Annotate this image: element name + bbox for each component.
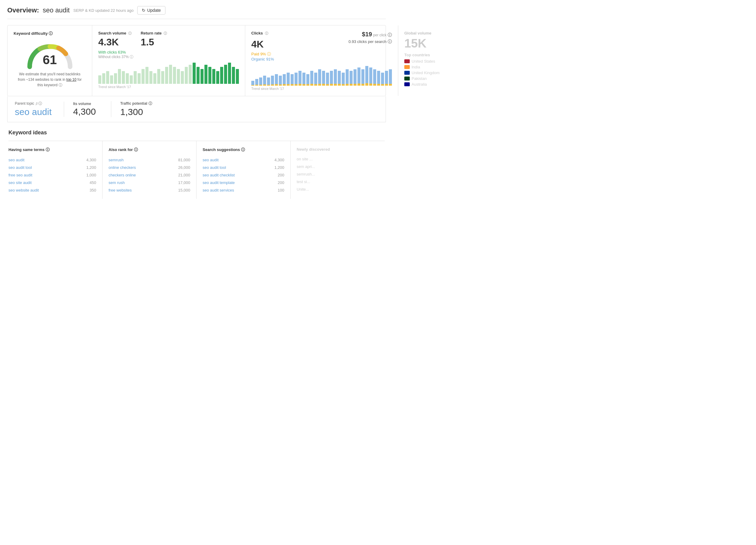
ki-volume: 1,200 (274, 165, 284, 170)
clicks-chart (251, 61, 392, 86)
search-volume-block: Search volume ⓘ 4.3K (98, 31, 132, 47)
ki-keyword[interactable]: seo audit (8, 158, 24, 162)
sv-bar (153, 73, 156, 84)
ki-keyword[interactable]: sem rush (109, 180, 125, 185)
clicks-bar (306, 74, 309, 86)
ki-keyword[interactable]: seo audit tool (8, 165, 32, 170)
rr-info-icon[interactable]: ⓘ (164, 31, 167, 35)
clicks-bar (298, 71, 301, 86)
ki-row: test si... (297, 178, 379, 185)
ki-keyword[interactable]: sem apri... (297, 164, 315, 169)
global-volume-card: Global volume 15K Top countries United S… (398, 25, 447, 96)
per-click-block: $19 per click ⓘ (362, 31, 392, 38)
ki-row: seo audit template200 (203, 179, 284, 186)
page-wrapper: Overview: seo audit SERP & KD updated 22… (0, 0, 393, 205)
paid-info[interactable]: ⓘ (267, 52, 271, 56)
rr-value: 1.5 (141, 37, 167, 47)
per-click-info[interactable]: ⓘ (388, 32, 392, 37)
sv-info-icon[interactable]: ⓘ (128, 31, 132, 35)
parent-topic-block: Parent topic β ⓘ seo audit (15, 101, 52, 117)
clicks-bar (295, 73, 298, 86)
ki-volume: 81,000 (178, 158, 190, 162)
clicks-label: Clicks ⓘ (251, 31, 268, 36)
clicks-info[interactable]: ⓘ (265, 31, 268, 35)
parent-topic-value[interactable]: seo audit (15, 107, 52, 117)
ki-keyword[interactable]: on site ... (297, 157, 313, 161)
country-name: Australia (412, 82, 427, 86)
ki-info-icon[interactable]: ⓘ (44, 147, 50, 152)
ki-keyword[interactable]: seo audit tool (203, 165, 226, 170)
ki-keyword[interactable]: seo audit checklist (203, 173, 235, 177)
country-row: Australia (404, 82, 441, 86)
ki-column: Search suggestions ⓘseo audit4,300seo au… (197, 141, 291, 199)
ki-row: seo audit4,300 (8, 156, 96, 164)
ki-row: seo audit tool1,200 (203, 164, 284, 171)
ki-volume: 200 (278, 180, 284, 185)
countries-list: United StatesIndiaUnited KingdomPakistan… (404, 59, 441, 86)
its-volume-block: Its volume 4,300 (64, 102, 96, 117)
pt-info[interactable]: ⓘ (38, 101, 42, 106)
top10-link[interactable]: top 10 (66, 77, 76, 82)
sv-bar (106, 71, 109, 84)
keyword-ideas-title: Keyword ideas (8, 129, 385, 136)
rr-label: Return rate ⓘ (141, 31, 167, 36)
ki-keyword[interactable]: free seo audit (8, 173, 32, 177)
organic-pct: Organic 91% (251, 57, 392, 61)
clicks-bar (354, 69, 357, 86)
clicks-bar (314, 73, 317, 86)
kd-desc-info[interactable]: ⓘ (59, 83, 62, 87)
clicks-bar (326, 73, 329, 86)
sv-bar (157, 69, 160, 84)
cps-info[interactable]: ⓘ (388, 39, 392, 44)
flag-icon (404, 77, 410, 80)
sv-bar (208, 67, 211, 84)
ki-keyword[interactable]: free websites (109, 188, 132, 192)
ki-keyword[interactable]: semrush... (297, 172, 315, 176)
tp-info[interactable]: ⓘ (148, 101, 152, 106)
clicks-bar (271, 76, 274, 86)
clicks-bar (251, 81, 254, 86)
ki-keyword[interactable]: seo audit (203, 158, 219, 162)
ki-info-icon[interactable]: ⓘ (133, 147, 138, 152)
ki-keyword[interactable]: seo site audit (8, 180, 32, 185)
ki-keyword[interactable]: test si... (297, 179, 310, 184)
country-row: India (404, 65, 441, 69)
per-click-price: $19 (362, 31, 372, 38)
clicks-bar (361, 69, 364, 86)
its-volume-value: 4,300 (73, 106, 96, 117)
sv-bar (173, 67, 176, 84)
ki-keyword[interactable]: seo website audit (8, 188, 39, 192)
sv-bar (122, 71, 125, 84)
sv-bar (216, 71, 219, 84)
ki-keyword[interactable]: checkers online (109, 173, 136, 177)
wc-info[interactable]: ⓘ (130, 55, 133, 59)
update-button[interactable]: ↻ Update (137, 6, 165, 15)
clicks-trend-label: Trend since March '17 (251, 87, 392, 90)
sv-bar (232, 67, 235, 84)
sv-bar (236, 69, 239, 84)
header: Overview: seo audit SERP & KD updated 22… (7, 6, 386, 19)
its-volume-label: Its volume (73, 102, 96, 106)
clicks-bar (279, 76, 282, 86)
sv-bar (204, 65, 207, 84)
ki-volume: 1,000 (86, 173, 96, 177)
ki-keyword[interactable]: semrush (109, 158, 124, 162)
ki-column-header: Having same terms ⓘ (8, 146, 96, 152)
clicks-bar (310, 71, 313, 86)
clicks-bar (373, 69, 376, 86)
kd-info-icon[interactable]: ⓘ (49, 31, 53, 36)
ki-volume: 4,300 (86, 158, 96, 162)
sv-bar (220, 67, 223, 84)
ki-keyword[interactable]: seo audit services (203, 188, 234, 192)
sv-bar (145, 67, 148, 84)
ki-keyword[interactable]: seo audit template (203, 180, 235, 185)
sv-bar (114, 73, 117, 84)
ki-info-icon[interactable]: ⓘ (240, 147, 245, 152)
flag-icon (404, 59, 410, 63)
ki-keyword[interactable]: Unite... (297, 187, 309, 191)
kd-value: 61 (43, 53, 57, 67)
clicks-bar (322, 71, 325, 86)
return-rate-block: Return rate ⓘ 1.5 (141, 31, 167, 47)
ki-keyword[interactable]: online checkers (109, 165, 136, 170)
country-name: United States (412, 59, 435, 64)
